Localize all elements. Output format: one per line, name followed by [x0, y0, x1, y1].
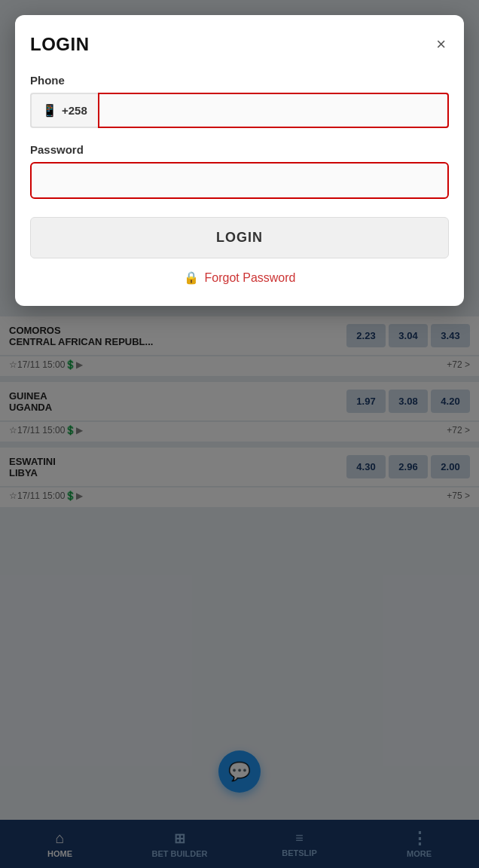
phone-prefix: 📱 +258: [30, 93, 98, 128]
password-label: Password: [30, 143, 449, 156]
login-button[interactable]: LOGIN: [30, 217, 449, 258]
phone-icon: 📱: [42, 103, 57, 118]
forgot-password-row[interactable]: 🔒 Forgot Password: [30, 270, 449, 285]
close-button[interactable]: ×: [433, 33, 449, 56]
lock-icon: 🔒: [184, 270, 199, 285]
password-input[interactable]: [30, 162, 449, 199]
login-modal: LOGIN × Phone 📱 +258 Password LOGIN 🔒 Fo…: [15, 15, 464, 306]
modal-title: LOGIN: [30, 34, 90, 55]
forgot-password-link[interactable]: Forgot Password: [205, 271, 296, 285]
phone-input[interactable]: [98, 93, 449, 128]
phone-label: Phone: [30, 74, 449, 87]
phone-input-row: 📱 +258: [30, 93, 449, 128]
modal-header: LOGIN ×: [30, 33, 449, 56]
